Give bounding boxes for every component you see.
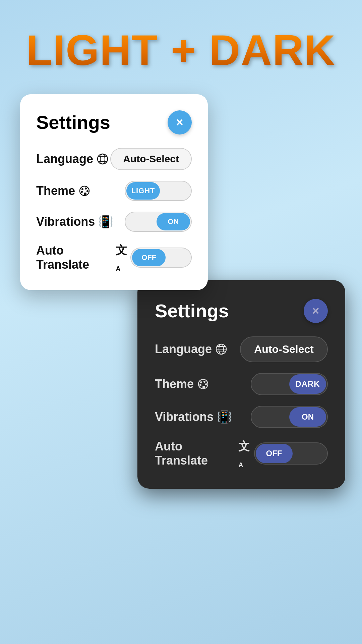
dark-language-row: Language Auto-Select xyxy=(155,336,328,362)
dark-autotranslate-knob: OFF xyxy=(256,444,293,463)
svg-point-6 xyxy=(81,188,83,190)
dark-card-title: Settings xyxy=(155,300,229,322)
cards-container: Settings × Language Auto-Select xyxy=(13,94,349,489)
vibration-icon-light: 📳 xyxy=(98,215,113,229)
globe-icon-light xyxy=(97,153,109,165)
dark-theme-knob: DARK xyxy=(289,374,326,394)
light-language-label: Language xyxy=(36,152,109,166)
light-vibrations-toggle[interactable]: ON xyxy=(125,212,192,232)
dark-vibrations-toggle[interactable]: ON xyxy=(251,406,328,428)
dark-autotranslate-toggle[interactable]: OFF xyxy=(254,442,328,465)
svg-point-20 xyxy=(199,384,201,386)
light-card-title: Settings xyxy=(36,111,110,133)
light-theme-knob: LIGHT xyxy=(126,182,160,200)
light-theme-toggle[interactable]: LIGHT xyxy=(125,181,192,201)
light-close-icon: × xyxy=(176,116,183,128)
vibration-icon-dark: 📳 xyxy=(217,410,232,424)
dark-close-icon: × xyxy=(312,305,319,317)
dark-theme-label: Theme xyxy=(155,377,209,391)
light-theme-row: Theme LIGHT xyxy=(36,181,192,201)
light-vibrations-knob: ON xyxy=(157,213,190,230)
svg-point-19 xyxy=(205,383,207,385)
light-autotranslate-toggle[interactable]: OFF xyxy=(130,248,192,268)
svg-point-18 xyxy=(203,381,205,383)
dark-autotranslate-label: Auto Translate 文A xyxy=(155,439,254,469)
globe-icon-dark xyxy=(215,343,227,355)
dark-card-header: Settings × xyxy=(155,299,328,323)
translate-icon-dark: 文A xyxy=(238,439,254,469)
palette-icon-dark xyxy=(197,378,209,390)
dark-vibrations-knob: ON xyxy=(289,407,326,427)
light-autotranslate-label: Auto Translate 文A xyxy=(36,243,130,273)
hero-title: Light + Dark xyxy=(26,27,336,74)
dark-autotranslate-row: Auto Translate 文A OFF xyxy=(155,439,328,469)
palette-icon-light xyxy=(78,185,90,197)
dark-close-button[interactable]: × xyxy=(304,299,328,323)
dark-vibrations-label: Vibrations 📳 xyxy=(155,410,232,424)
svg-point-8 xyxy=(86,190,88,192)
dark-theme-toggle[interactable]: DARK xyxy=(251,373,328,395)
translate-icon-light: 文A xyxy=(116,243,130,273)
light-language-row: Language Auto-Select xyxy=(36,148,192,170)
dark-settings-card: Settings × Language Auto-Select xyxy=(137,280,345,489)
dark-language-label: Language xyxy=(155,342,227,356)
dark-language-button[interactable]: Auto-Select xyxy=(240,336,328,362)
light-settings-card: Settings × Language Auto-Select xyxy=(20,94,208,290)
light-autotranslate-knob: OFF xyxy=(132,249,166,266)
dark-theme-row: Theme DARK xyxy=(155,373,328,395)
light-language-button[interactable]: Auto-Select xyxy=(110,148,192,170)
light-card-header: Settings × xyxy=(36,110,192,135)
light-close-button[interactable]: × xyxy=(168,110,192,135)
svg-point-9 xyxy=(81,191,83,193)
light-theme-label: Theme xyxy=(36,184,90,198)
light-vibrations-label: Vibrations 📳 xyxy=(36,215,113,229)
dark-vibrations-row: Vibrations 📳 ON xyxy=(155,406,328,428)
svg-point-21 xyxy=(202,386,205,388)
svg-point-7 xyxy=(85,187,87,190)
light-vibrations-row: Vibrations 📳 ON xyxy=(36,212,192,232)
svg-point-17 xyxy=(200,381,202,383)
light-autotranslate-row: Auto Translate 文A OFF xyxy=(36,243,192,273)
svg-point-10 xyxy=(84,193,86,195)
